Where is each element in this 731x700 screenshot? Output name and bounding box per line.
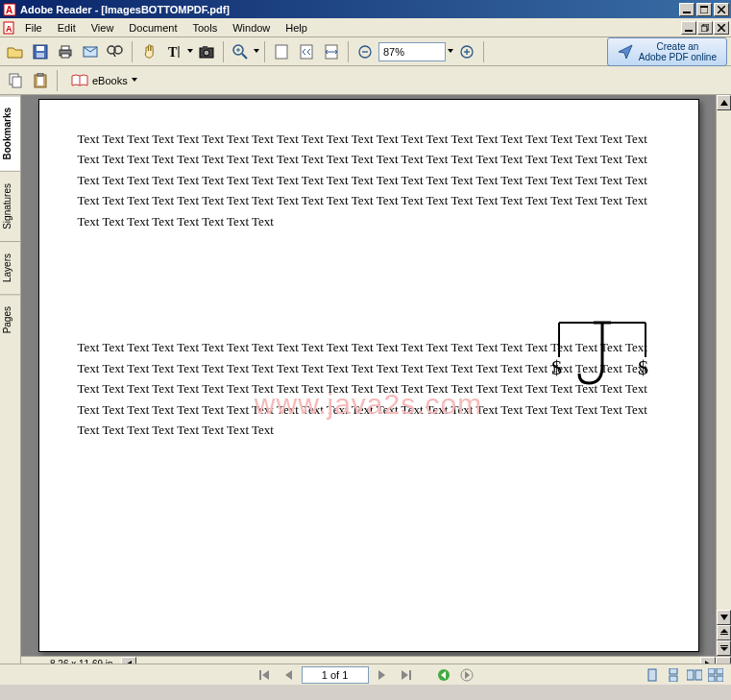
svg-rect-43	[12, 77, 21, 87]
menu-edit[interactable]: Edit	[50, 20, 84, 36]
secondary-toolbar: eBooks	[0, 66, 731, 95]
tab-signatures[interactable]: Signatures	[0, 171, 20, 241]
back-button[interactable]	[434, 666, 453, 684]
menu-document[interactable]: Document	[121, 20, 184, 36]
page-down-button[interactable]	[717, 640, 731, 656]
minimize-button[interactable]	[679, 3, 694, 16]
ebooks-button[interactable]: eBooks	[62, 71, 146, 90]
svg-rect-28	[203, 46, 207, 49]
clipboard-button[interactable]	[29, 69, 52, 92]
svg-rect-15	[37, 46, 44, 51]
svg-rect-61	[670, 676, 677, 682]
menu-file[interactable]: File	[17, 20, 50, 36]
svg-text:$: $	[551, 355, 562, 379]
page-number-input[interactable]	[302, 666, 369, 684]
document-paragraph-1: Text Text Text Text Text Text Text Text …	[78, 129, 660, 231]
continuous-facing-button[interactable]	[706, 666, 725, 684]
svg-rect-67	[717, 676, 723, 682]
tab-bookmarks[interactable]: Bookmarks	[0, 95, 20, 171]
svg-rect-55	[259, 670, 261, 680]
svg-text:A: A	[6, 24, 12, 34]
document-viewport[interactable]: Text Text Text Text Text Text Text Text …	[21, 95, 716, 656]
dropdown-arrow-icon[interactable]	[254, 49, 259, 55]
scroll-up-button[interactable]	[717, 95, 731, 110]
window-title: Adobe Reader - [ImagesBOTTOMPDF.pdf]	[20, 4, 679, 15]
toolbar-separator	[223, 41, 224, 62]
save-button[interactable]	[29, 40, 52, 63]
svg-rect-45	[37, 77, 43, 85]
facing-pages-button[interactable]	[685, 666, 704, 684]
single-page-button[interactable]	[643, 666, 662, 684]
svg-rect-34	[301, 45, 312, 59]
email-button[interactable]	[79, 40, 102, 63]
toolbar-separator	[132, 41, 133, 62]
toolbar-separator	[348, 41, 349, 62]
maximize-button[interactable]	[696, 3, 712, 16]
menu-help[interactable]: Help	[278, 20, 315, 36]
copy-button[interactable]	[4, 69, 27, 92]
fit-page-button[interactable]	[270, 40, 293, 63]
text-select-button[interactable]: T	[162, 40, 185, 63]
zoom-out-button[interactable]	[353, 40, 377, 63]
mdi-restore-button[interactable]	[697, 21, 713, 35]
svg-rect-59	[648, 669, 656, 681]
scroll-down-button[interactable]	[717, 610, 731, 625]
snapshot-button[interactable]	[195, 40, 218, 63]
ebook-icon	[71, 74, 88, 87]
svg-point-27	[204, 50, 209, 56]
menu-window[interactable]: Window	[225, 20, 278, 36]
vertical-scrollbar[interactable]	[716, 95, 731, 656]
svg-rect-62	[687, 670, 694, 680]
decorative-graphic: $ $	[549, 319, 655, 396]
continuous-page-button[interactable]	[664, 666, 683, 684]
svg-text:T: T	[168, 45, 178, 60]
tab-pages[interactable]: Pages	[0, 294, 20, 345]
actual-size-button[interactable]	[295, 40, 318, 63]
window-titlebar: A Adobe Reader - [ImagesBOTTOMPDF.pdf]	[0, 0, 731, 18]
page-up-button[interactable]	[717, 625, 731, 640]
svg-line-23	[113, 53, 115, 57]
svg-rect-63	[695, 670, 702, 680]
fit-width-button[interactable]	[320, 40, 343, 63]
toolbar-separator	[57, 70, 58, 91]
svg-rect-60	[670, 668, 677, 674]
svg-rect-53	[720, 634, 728, 635]
zoom-input[interactable]	[378, 42, 446, 61]
svg-rect-64	[708, 668, 715, 674]
first-page-button[interactable]	[256, 666, 275, 684]
close-button[interactable]	[714, 3, 729, 16]
print-button[interactable]	[54, 40, 77, 63]
content-area: Bookmarks Signatures Layers Pages Text T…	[0, 95, 731, 664]
svg-rect-11	[701, 26, 707, 32]
svg-text:$: $	[638, 355, 648, 379]
svg-line-30	[242, 54, 247, 59]
last-page-button[interactable]	[396, 666, 415, 684]
hand-tool-button[interactable]	[137, 40, 160, 63]
search-button[interactable]	[104, 40, 127, 63]
tab-layers[interactable]: Layers	[0, 241, 20, 294]
dropdown-arrow-icon[interactable]	[448, 49, 453, 55]
svg-rect-9	[685, 30, 693, 32]
document-page: Text Text Text Text Text Text Text Text …	[38, 99, 699, 652]
open-button[interactable]	[4, 40, 27, 63]
dropdown-arrow-icon[interactable]	[187, 49, 193, 55]
ebooks-label: eBooks	[92, 75, 128, 86]
svg-rect-19	[61, 54, 69, 58]
menubar: A File Edit View Document Tools Window H…	[0, 18, 731, 37]
dropdown-arrow-icon	[132, 78, 137, 84]
zoom-plus-button[interactable]	[455, 40, 478, 63]
mdi-minimize-button[interactable]	[681, 21, 696, 35]
paper-plane-icon	[618, 44, 633, 60]
create-pdf-line2: Adobe PDF online	[639, 52, 717, 62]
scroll-track[interactable]	[717, 110, 731, 610]
menu-view[interactable]: View	[84, 20, 122, 36]
menu-tools[interactable]: Tools	[185, 20, 226, 36]
main-toolbar: T Create an Adobe PDF online	[0, 37, 731, 66]
forward-button[interactable]	[457, 666, 476, 684]
create-pdf-online-button[interactable]: Create an Adobe PDF online	[607, 37, 727, 66]
zoom-in-button[interactable]	[229, 40, 252, 63]
prev-page-button[interactable]	[279, 666, 298, 684]
next-page-button[interactable]	[373, 666, 392, 684]
page-layout-controls	[643, 666, 725, 684]
mdi-close-button[interactable]	[714, 21, 729, 35]
